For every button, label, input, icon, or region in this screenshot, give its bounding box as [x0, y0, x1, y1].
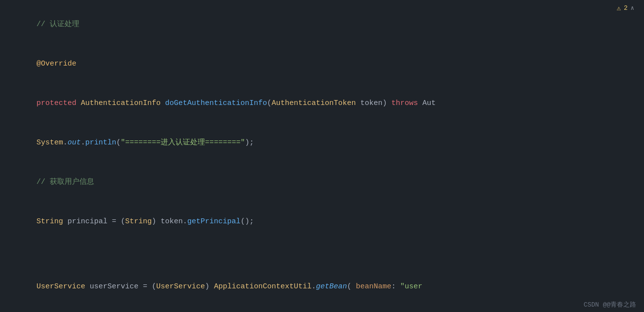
- type-string: String: [36, 217, 68, 226]
- code-line-7: UserService userService = (UserService) …: [0, 267, 644, 307]
- var-userservice: userService = (: [90, 282, 156, 291]
- system-class: System: [36, 139, 63, 147]
- bottom-attribution: CSDN @@青春之路: [576, 297, 644, 312]
- println-method: println: [85, 139, 116, 147]
- attribution-text: CSDN @@青春之路: [583, 301, 636, 309]
- exception-text: Aut: [422, 99, 436, 107]
- code-line-4: System.out.println("========进入认证处理======…: [0, 123, 644, 163]
- getprincipal-method: getPrincipal: [187, 217, 240, 226]
- cast-string: String: [125, 217, 152, 226]
- code-line-3: protected AuthenticationInfo doGetAuthen…: [0, 84, 644, 123]
- empty-line-2: [0, 254, 644, 267]
- paren-text: (: [267, 99, 271, 107]
- warning-icon: ⚠: [617, 4, 621, 12]
- param-beanname: beanName: [356, 282, 391, 291]
- code-line-8: // 根据用户名查询数据库: [0, 307, 644, 312]
- code-line-5: // 获取用户信息: [0, 163, 644, 202]
- param-type: AuthenticationToken: [271, 99, 356, 107]
- code-line-2: @Override: [0, 44, 644, 84]
- keyword-protected: protected: [36, 99, 81, 107]
- chevron-up-icon[interactable]: ∧: [631, 4, 634, 12]
- code-line-6: String principal = (String) token.getPri…: [0, 202, 644, 242]
- comment-text: // 认证处理: [36, 20, 79, 29]
- code-editor: ⚠ 2 ∧ // 认证处理 @Override protected Authen…: [0, 0, 644, 312]
- string-literal: "========进入认证处理========": [121, 139, 245, 147]
- string-user: "user: [400, 282, 422, 291]
- param-space: token): [356, 99, 391, 107]
- code-line-1: // 认证处理: [0, 5, 644, 44]
- cast-userservice: UserService: [156, 282, 205, 291]
- type-text: AuthenticationInfo: [81, 99, 165, 107]
- class-appctxutil: ApplicationContextUtil: [214, 282, 311, 291]
- warning-indicator: ⚠ 2 ∧: [617, 4, 634, 12]
- var-principal: principal = (: [68, 217, 125, 226]
- warning-count: 2: [624, 4, 628, 12]
- getbean-method: getBean: [316, 282, 347, 291]
- method-name: doGetAuthenticationInfo: [165, 99, 267, 107]
- comment-getuser: // 获取用户信息: [36, 178, 94, 186]
- keyword-throws: throws: [391, 99, 422, 107]
- type-userservice: UserService: [36, 282, 90, 291]
- empty-line-1: [0, 242, 644, 254]
- out-field: out: [68, 139, 81, 147]
- annotation-text: @Override: [36, 60, 76, 68]
